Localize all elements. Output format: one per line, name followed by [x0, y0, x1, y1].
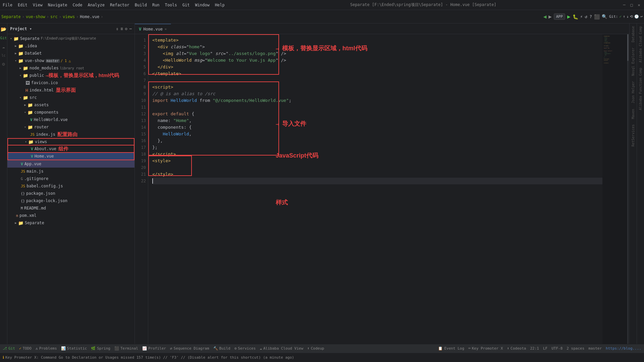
status-services[interactable]: ⚙ Services — [234, 346, 256, 351]
tree-item-dataget[interactable]: ▶ 📁 DataGet — [7, 50, 135, 57]
tree-item-views[interactable]: ▾ 📁 views — [7, 138, 135, 145]
status-git[interactable]: ⎇ Git — [3, 346, 15, 351]
breadcrumb-views[interactable]: views — [63, 14, 75, 19]
breadcrumb-vue-show[interactable]: vue-show — [26, 14, 45, 19]
close-button[interactable]: ✕ — [637, 3, 641, 7]
right-tab-ret[interactable]: RetServices — [631, 122, 636, 149]
breadcrumb-src[interactable]: src — [50, 14, 58, 19]
debug-button[interactable]: 🐛 — [573, 14, 578, 19]
breadcrumb-separate[interactable]: Separate — [1, 14, 21, 19]
git-icon[interactable]: Git — [1, 35, 7, 41]
menu-run[interactable]: Run — [152, 3, 160, 7]
breadcrumb-home-vue[interactable]: Home.vue — [80, 14, 99, 19]
git-revert[interactable]: ↩ — [640, 14, 643, 19]
tree-arrow-components[interactable]: ▾ — [23, 111, 28, 114]
git-update[interactable]: ⟲ — [630, 14, 633, 19]
status-event-log[interactable]: 📋 Event Log — [438, 346, 464, 351]
menu-navigate[interactable]: Navigate — [48, 3, 67, 7]
help-icon[interactable]: ? — [589, 14, 592, 19]
settings-icon[interactable]: ⚙ — [1, 61, 7, 67]
tree-arrow-router[interactable]: ▾ — [23, 125, 28, 129]
tree-item-mainjs[interactable]: JS main.js — [7, 168, 135, 175]
tree-item-home[interactable]: V Home.vue — [7, 153, 135, 160]
leetcode-icon[interactable]: lc — [1, 52, 7, 58]
tree-item-router-index[interactable]: JS index.js 配置路由 — [7, 131, 135, 138]
tree-item-helloworld[interactable]: V HelloWorld.vue — [7, 116, 135, 123]
minimize-button[interactable]: ─ — [622, 3, 627, 7]
git-pull[interactable]: ↓ — [627, 14, 629, 19]
tree-item-separate[interactable]: ▾ 📁 Separate F:\Ended\spring项目\Separate — [7, 35, 135, 42]
tree-item-about[interactable]: V About.vue 组件 — [7, 145, 135, 153]
tree-item-separate2[interactable]: ▶ 📁 Separate — [7, 219, 135, 227]
right-tab-nosql[interactable]: Nosql Explorer — [631, 45, 636, 78]
far-right-tab-func[interactable]: Alibaba Function Comp — [638, 65, 643, 113]
tree-item-gitignore[interactable]: G .gitignore — [7, 175, 135, 182]
editor-tab-home[interactable]: V Home.vue ✕ — [135, 24, 171, 34]
menu-edit[interactable]: Edit — [18, 3, 28, 7]
status-build[interactable]: 🔨 Build — [213, 346, 230, 351]
status-problems[interactable]: ⚠ Problems — [36, 346, 57, 351]
right-tab-maven[interactable]: Maven — [631, 106, 636, 122]
hide-panel-icon[interactable]: – — [129, 26, 132, 31]
tree-arrow-dataget[interactable]: ▶ — [13, 52, 18, 55]
menu-refactor[interactable]: Refactor — [110, 3, 129, 7]
stop-icon[interactable]: ⬛ — [594, 14, 600, 19]
tree-item-public[interactable]: ▾ 📁 public → 模板，替换显示区域，html代码 — [7, 72, 135, 79]
tree-arrow-idea[interactable]: ▶ — [13, 44, 18, 48]
cloud-icon[interactable]: ☁ — [1, 44, 7, 50]
tree-arrow-separate[interactable]: ▾ — [9, 37, 13, 40]
tree-arrow-src[interactable]: ▾ — [18, 96, 23, 99]
menu-window[interactable]: Window — [195, 3, 209, 7]
nav-back-icon[interactable]: ◀ — [543, 13, 547, 20]
git-check[interactable]: ✓ — [620, 14, 622, 19]
right-tab-database[interactable]: Database — [631, 23, 636, 45]
status-key-promoter[interactable]: ⌨ Key Promoter X — [468, 346, 503, 351]
status-sequence[interactable]: ⇄ Sequence Diagram — [170, 346, 209, 351]
status-indent[interactable]: 2 spaces — [567, 346, 584, 351]
panel-header-actions[interactable]: ⇕ ≡ ⚙ – — [116, 26, 132, 31]
tree-item-components[interactable]: ▾ 📁 components — [7, 109, 135, 116]
expand-all-icon[interactable]: ⇕ — [116, 26, 118, 31]
tree-item-indexhtml[interactable]: H index.html 显示界面 — [7, 86, 135, 94]
nav-forward-icon[interactable]: ▶ — [548, 13, 552, 20]
menu-analyze[interactable]: Analyze — [88, 3, 105, 7]
menu-bar[interactable]: File Edit View Navigate Code Analyze Ref… — [3, 3, 225, 7]
status-url[interactable]: https://blog.... — [606, 346, 641, 351]
tree-arrow-node-modules[interactable]: ▶ — [18, 66, 23, 70]
tree-item-babel[interactable]: JS babel.config.js — [7, 182, 135, 190]
tree-arrow-separate2[interactable]: ▶ — [13, 221, 18, 225]
tree-item-router[interactable]: ▾ 📁 router — [7, 123, 135, 131]
status-codeota[interactable]: ⬆ Codeota — [507, 346, 526, 351]
settings-gear-icon[interactable]: ⚙ — [125, 26, 127, 31]
collapse-all-icon[interactable]: ≡ — [120, 26, 123, 31]
run-button[interactable]: ▶ — [567, 13, 571, 20]
right-tab-json[interactable]: Json Helper — [631, 78, 636, 106]
code-content[interactable]: <template> <div class="home"> <img alt="… — [148, 34, 602, 344]
inspect-icon[interactable]: 🔍 — [602, 14, 607, 19]
tree-item-packagelock[interactable]: {} package-lock.json — [7, 197, 135, 204]
maximize-button[interactable]: □ — [629, 3, 634, 7]
far-right-tab-cloud[interactable]: Alibaba Cloud Comp — [638, 23, 643, 65]
status-encoding[interactable]: UTF-8 — [551, 346, 562, 351]
menu-build[interactable]: Build — [135, 3, 147, 7]
menu-file[interactable]: File — [3, 3, 12, 7]
status-terminal[interactable]: ⬛ Terminal — [114, 346, 138, 351]
tree-item-assets[interactable]: ▶ 📁 assets — [7, 101, 135, 109]
status-profiler[interactable]: 📈 Profiler — [142, 346, 166, 351]
tree-item-favicon[interactable]: 🖼 favicon.ico — [7, 79, 135, 86]
status-statistic[interactable]: 📊 Statistic — [61, 346, 87, 351]
build-icon[interactable]: ⚡ — [580, 14, 583, 19]
tree-item-vue-show[interactable]: ▾ 📁 vue-show master / 1 △ — [7, 57, 135, 64]
tree-item-app[interactable]: V App.vue — [7, 160, 135, 168]
minimap-thumb[interactable] — [627, 34, 629, 61]
reload-icon[interactable]: ↺ — [585, 14, 587, 19]
tree-item-readme[interactable]: M README.md — [7, 204, 135, 212]
menu-code[interactable]: Code — [73, 3, 83, 7]
tree-arrow-public[interactable]: ▾ — [18, 74, 23, 77]
menu-git[interactable]: Git — [182, 3, 190, 7]
tree-arrow-assets[interactable]: ▶ — [23, 103, 28, 107]
menu-view[interactable]: View — [33, 3, 43, 7]
git-history[interactable]: 🕐 — [634, 14, 639, 19]
window-controls[interactable]: ─ □ ✕ — [622, 3, 641, 7]
status-spring[interactable]: 🌿 Spring — [91, 346, 110, 351]
